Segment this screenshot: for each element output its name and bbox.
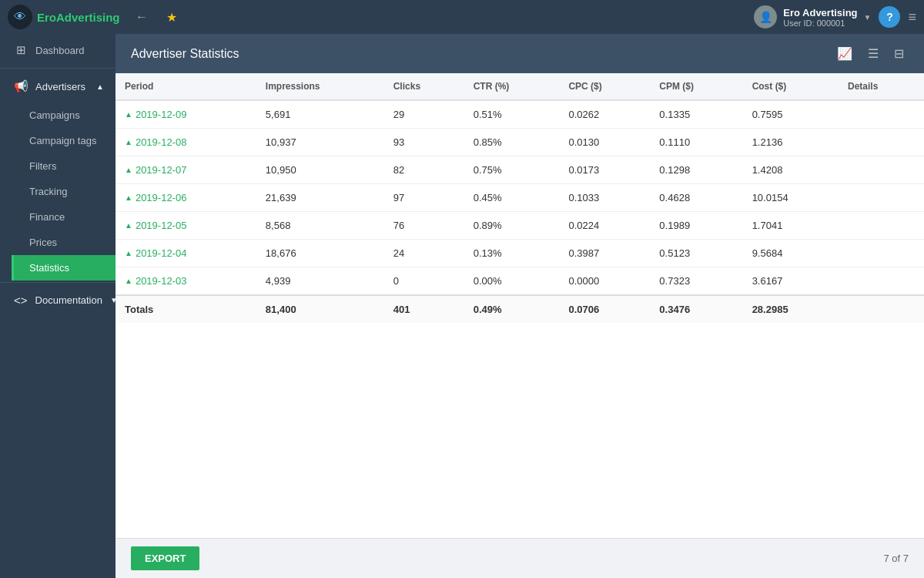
- main-layout: ⊞ Dashboard 📢 Advertisers ▲ Campaigns Ca…: [0, 34, 924, 578]
- cell-impressions: 4,939: [256, 267, 384, 296]
- pagination-info: 7 of 7: [883, 553, 909, 564]
- cell-cost: 1.2136: [743, 129, 839, 156]
- user-info[interactable]: 👤 Ero Advertising User ID: 000001 ▼: [754, 5, 871, 29]
- top-navbar: 👁 EroAdvertising ← ★ 👤 Ero Advertising U…: [0, 0, 924, 34]
- sidebar-item-campaign-tags[interactable]: Campaign tags: [12, 128, 116, 153]
- sidebar-label-statistics: Statistics: [29, 262, 69, 274]
- col-clicks: Clicks: [384, 73, 464, 100]
- cell-details: [839, 184, 924, 212]
- cell-clicks: 93: [384, 129, 464, 156]
- logo-icon: 👁: [8, 5, 32, 29]
- dashboard-icon: ⊞: [14, 43, 28, 57]
- sidebar-item-dashboard[interactable]: ⊞ Dashboard: [0, 34, 116, 66]
- period-link[interactable]: ▲ 2019-12-07: [125, 164, 247, 176]
- period-link[interactable]: ▲ 2019-12-05: [125, 220, 247, 231]
- cell-period: ▲ 2019-12-07: [116, 156, 256, 184]
- chevron-up-icon: ▲: [125, 166, 132, 174]
- cell-details: [839, 129, 924, 156]
- cell-cpc: 0.0224: [559, 212, 650, 240]
- cell-impressions: 10,937: [256, 129, 384, 156]
- sidebar-item-advertisers[interactable]: 📢 Advertisers ▲: [0, 70, 116, 102]
- period-link[interactable]: ▲ 2019-12-09: [125, 109, 247, 120]
- cell-period: ▲ 2019-12-03: [116, 267, 256, 296]
- cell-clicks: 0: [384, 267, 464, 296]
- menu-button[interactable]: ≡: [908, 9, 916, 25]
- period-link[interactable]: ▲ 2019-12-08: [125, 136, 247, 148]
- chart-view-button[interactable]: 📈: [832, 43, 857, 64]
- statistics-table: Period Impressions Clicks CTR (%) CPC ($…: [116, 73, 924, 323]
- cell-cpc: 0.0130: [559, 129, 650, 156]
- cell-impressions: 21,639: [256, 184, 384, 212]
- cell-details: [839, 212, 924, 240]
- sidebar-label-dashboard: Dashboard: [35, 45, 85, 56]
- totals-label: Totals: [116, 295, 256, 323]
- logo-text: EroAdvertising: [37, 11, 120, 24]
- star-button[interactable]: ★: [160, 7, 183, 28]
- totals-cost: 28.2985: [743, 295, 839, 323]
- period-link[interactable]: ▲ 2019-12-06: [125, 192, 247, 203]
- cell-ctr: 0.85%: [464, 129, 560, 156]
- sidebar-label-advertisers: Advertisers: [35, 81, 85, 92]
- advertisers-chevron: ▲: [96, 82, 104, 91]
- cell-ctr: 0.89%: [464, 212, 560, 240]
- cell-cpm: 0.1298: [650, 156, 742, 184]
- chevron-up-icon: ▲: [125, 110, 132, 119]
- user-name-block: Ero Advertising User ID: 000001: [783, 7, 857, 28]
- cell-details: [839, 240, 924, 267]
- table-row: ▲ 2019-12-07 10,950 82 0.75% 0.0173 0.12…: [116, 156, 924, 184]
- cell-period: ▲ 2019-12-08: [116, 129, 256, 156]
- table-row: ▲ 2019-12-04 18,676 24 0.13% 0.3987 0.51…: [116, 240, 924, 267]
- sidebar-label-documentation: Documentation: [35, 294, 102, 306]
- chevron-up-icon: ▲: [125, 221, 132, 230]
- cell-ctr: 0.00%: [464, 267, 560, 296]
- sidebar-item-documentation[interactable]: <> Documentation ▼: [0, 284, 116, 316]
- sidebar-item-tracking[interactable]: Tracking: [12, 179, 116, 204]
- cell-cpc: 0.3987: [559, 240, 650, 267]
- col-cpm: CPM ($): [650, 73, 742, 100]
- period-link[interactable]: ▲ 2019-12-04: [125, 247, 247, 259]
- sidebar-label-finance: Finance: [29, 211, 65, 223]
- back-button[interactable]: ←: [129, 7, 154, 27]
- sidebar-label-filters: Filters: [29, 160, 56, 172]
- cell-impressions: 18,676: [256, 240, 384, 267]
- filter-button[interactable]: ⊟: [889, 43, 909, 64]
- avatar: 👤: [754, 5, 777, 29]
- totals-impressions: 81,400: [256, 295, 384, 323]
- totals-details: [839, 295, 924, 323]
- table-row: ▲ 2019-12-08 10,937 93 0.85% 0.0130 0.11…: [116, 129, 924, 156]
- totals-row: Totals 81,400 401 0.49% 0.0706 0.3476 28…: [116, 295, 924, 323]
- sidebar-item-prices[interactable]: Prices: [12, 230, 116, 255]
- table-area: Period Impressions Clicks CTR (%) CPC ($…: [116, 73, 924, 538]
- list-view-button[interactable]: ☰: [863, 43, 883, 64]
- cell-cost: 1.4208: [743, 156, 839, 184]
- header-actions: 📈 ☰ ⊟: [832, 43, 909, 64]
- period-link[interactable]: ▲ 2019-12-03: [125, 275, 247, 287]
- documentation-icon: <>: [14, 294, 28, 307]
- sidebar-label-campaign-tags: Campaign tags: [29, 135, 96, 146]
- cell-cost: 10.0154: [743, 184, 839, 212]
- cell-ctr: 0.13%: [464, 240, 560, 267]
- col-ctr: CTR (%): [464, 73, 560, 100]
- totals-cpm: 0.3476: [650, 295, 742, 323]
- col-period: Period: [116, 73, 256, 100]
- sidebar-item-statistics[interactable]: Statistics: [12, 255, 116, 281]
- sidebar-item-finance[interactable]: Finance: [12, 204, 116, 230]
- cell-cpc: 0.0000: [559, 267, 650, 296]
- cell-cpm: 0.7323: [650, 267, 742, 296]
- cell-cost: 9.5684: [743, 240, 839, 267]
- cell-cpm: 0.5123: [650, 240, 742, 267]
- col-details: Details: [839, 73, 924, 100]
- content-footer: EXPORT 7 of 7: [116, 538, 924, 578]
- help-button[interactable]: ?: [879, 6, 900, 28]
- cell-clicks: 76: [384, 212, 464, 240]
- col-cost: Cost ($): [743, 73, 839, 100]
- cell-cpc: 0.1033: [559, 184, 650, 212]
- cell-impressions: 10,950: [256, 156, 384, 184]
- sidebar-item-campaigns[interactable]: Campaigns: [12, 102, 116, 128]
- cell-period: ▲ 2019-12-06: [116, 184, 256, 212]
- sidebar-item-filters[interactable]: Filters: [12, 153, 116, 179]
- cell-cost: 3.6167: [743, 267, 839, 296]
- cell-details: [839, 100, 924, 129]
- table-row: ▲ 2019-12-03 4,939 0 0.00% 0.0000 0.7323…: [116, 267, 924, 296]
- export-button[interactable]: EXPORT: [131, 546, 199, 570]
